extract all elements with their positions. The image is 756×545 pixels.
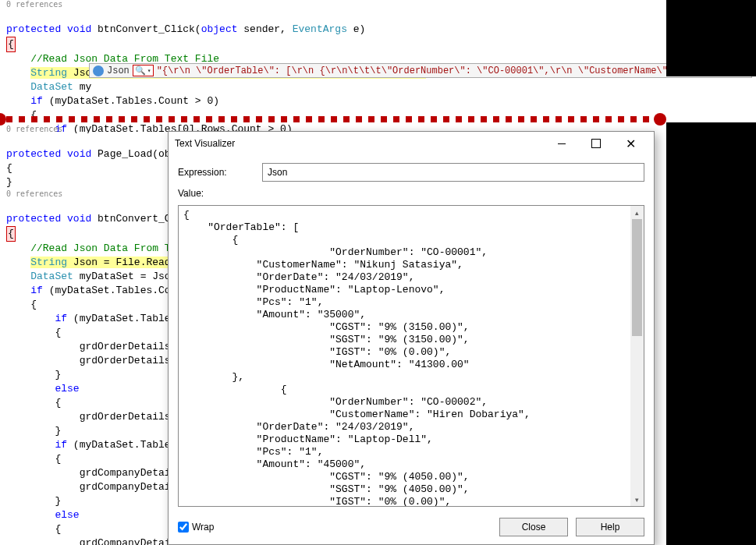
value-textarea[interactable]: { "OrderTable": [ { "OrderNumber": "CO-0… (178, 205, 644, 507)
wrap-checkbox-label[interactable]: Wrap (178, 522, 214, 533)
visualizer-picker[interactable]: 🔍 ▾ (133, 65, 154, 76)
kw: protected (6, 148, 61, 160)
text: btnConvert_Click( (91, 23, 201, 35)
split-marker[interactable] (0, 115, 666, 123)
tooltip-var: Json (107, 65, 130, 76)
scrollbar-vertical[interactable]: ▴ ▾ (630, 206, 644, 506)
dialog-title: Text Visualizer (175, 138, 545, 149)
text: (myDataSet.Tables.Cou (43, 285, 177, 296)
text: sender, (238, 23, 293, 35)
references-label: 0 references (0, 189, 169, 198)
code-block-bottom: protected void Page_Load(obje { } (0, 133, 169, 189)
highlighted-line: String Json = File.ReadAl (30, 257, 183, 268)
kw: void (67, 213, 91, 225)
text: my (73, 81, 91, 93)
expression-input[interactable] (262, 163, 644, 182)
kw: void (67, 148, 91, 160)
kw: protected (6, 213, 61, 225)
type: String (30, 257, 67, 268)
close-button[interactable]: Close (499, 518, 568, 536)
brace-marker: { (6, 226, 16, 242)
chevron-down-icon: ▾ (147, 67, 151, 74)
field-icon (93, 65, 104, 76)
wrap-text: Wrap (192, 522, 214, 533)
type: DataSet (30, 271, 73, 282)
text: grdOrderDetails. (80, 411, 177, 423)
debug-tooltip[interactable]: Json 🔍 ▾ "{\r\n \"OrderTable\": [\r\n {\… (89, 63, 752, 78)
text: myDataSet = Json (73, 271, 177, 282)
text: grdCompanyDetail (80, 537, 177, 545)
close-window-button[interactable]: ✕ (613, 132, 648, 155)
kw: if (30, 95, 43, 107)
expression-label: Expression: (178, 167, 256, 178)
text: grdOrderDetails. (80, 355, 177, 366)
kw: else (55, 383, 79, 395)
references-label: 0 references (0, 125, 169, 133)
kw: protected (6, 23, 61, 35)
wrap-checkbox[interactable] (178, 522, 189, 533)
kw: void (67, 23, 91, 35)
kw: object (201, 23, 238, 35)
comment: //Read Json Data From Tex (30, 242, 183, 254)
text: (myDataSet.Tables (67, 313, 176, 324)
text: (myDataSet.Tables.Count > 0) (43, 95, 219, 107)
text: grdCompanyDetail (80, 481, 177, 493)
dialog-titlebar[interactable]: Text Visualizer ✕ (169, 132, 654, 155)
kw: else (55, 509, 79, 521)
scroll-thumb[interactable] (632, 219, 642, 336)
kw: if (55, 439, 67, 451)
scroll-down-button[interactable]: ▾ (630, 493, 644, 506)
split-handle-right[interactable] (654, 113, 666, 126)
value-text[interactable]: { "OrderTable": [ { "OrderNumber": "CO-0… (179, 206, 630, 506)
text-visualizer-dialog: Text Visualizer ✕ Expression: Value: { "… (168, 131, 655, 545)
magnifier-icon: 🔍 (135, 65, 146, 76)
maximize-button[interactable] (579, 132, 613, 155)
help-button[interactable]: Help (576, 518, 644, 536)
text: grdOrderDetails. (80, 341, 177, 352)
text: grdCompanyDetail (80, 467, 177, 479)
kw: if (55, 313, 67, 324)
type: EventArgs (293, 23, 347, 35)
text: Json = File.ReadAl (67, 257, 183, 268)
type: DataSet (30, 81, 73, 93)
minimize-button[interactable] (545, 132, 579, 155)
references-label: 0 references (0, 0, 756, 9)
value-label: Value: (178, 188, 644, 199)
type: String (30, 67, 67, 79)
black-panel-lower (666, 122, 756, 545)
brace-marker: { (6, 37, 16, 52)
kw: if (30, 285, 43, 296)
code-block-bottom2: protected void btnConvert_Cli { //Read J… (0, 198, 169, 545)
text: e) (347, 23, 365, 35)
tooltip-value: "{\r\n \"OrderTable\": [\r\n {\r\n\t\t\t… (157, 65, 748, 76)
text: (myDataSet.Tables (67, 439, 176, 451)
black-panel (666, 0, 756, 76)
scroll-up-button[interactable]: ▴ (630, 206, 644, 219)
